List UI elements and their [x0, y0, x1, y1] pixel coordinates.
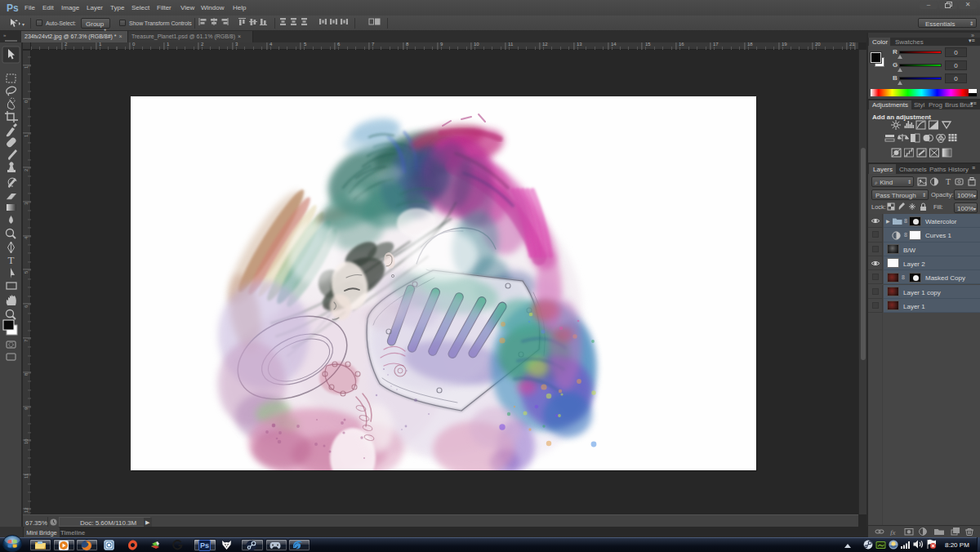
svg-text:T: T — [8, 254, 15, 266]
svg-text:T: T — [946, 177, 951, 186]
svg-text:fx: fx — [890, 528, 896, 536]
